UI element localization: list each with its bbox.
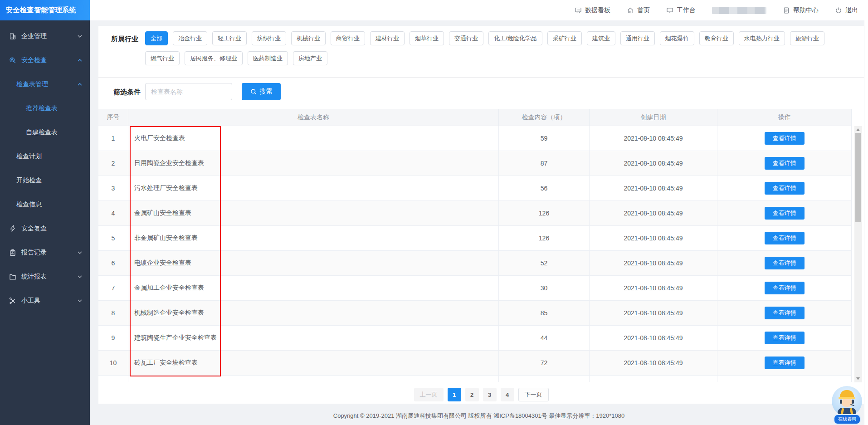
next-page-button[interactable]: 下一页 [518, 388, 549, 401]
check-items-count: 30 [499, 276, 590, 300]
industry-tag[interactable]: 建筑业 [587, 31, 615, 45]
sidebar-item-inspection-info[interactable]: 检查信息 [0, 192, 90, 216]
table-scrollbar [852, 126, 864, 382]
column-header-index: 序号 [98, 109, 128, 126]
chevron-down-icon [78, 34, 82, 38]
industry-tag[interactable]: 全部 [145, 31, 168, 45]
industry-tag[interactable]: 水电热力行业 [739, 31, 785, 45]
table-header: 序号 检查表名称 检查内容（项） 创建日期 操作 [98, 109, 852, 126]
page-number-button[interactable]: 2 [465, 388, 479, 401]
page-number-button[interactable]: 3 [483, 388, 497, 401]
nav-label: 退出 [845, 6, 858, 15]
checklist-name: 污水处理厂安全检查表 [128, 176, 499, 200]
checklist-name-input[interactable] [145, 83, 232, 100]
scrollbar-track[interactable] [854, 126, 862, 382]
created-date: 2021-08-10 08:45:49 [590, 301, 717, 325]
industry-tag[interactable]: 居民服务、修理业 [185, 51, 243, 65]
sidebar: 安全检查智能管理系统 企业管理 安全检查 [0, 0, 90, 425]
checklist-name: 电镀企业安全检查表 [128, 251, 499, 275]
sidebar-item-report-records[interactable]: 报告记录 [0, 240, 90, 264]
sidebar-item-checklist-management[interactable]: 检查表管理 [0, 72, 90, 96]
building-icon [9, 33, 16, 40]
sidebar-item-safety-recheck[interactable]: 安全复查 [0, 216, 90, 240]
industry-tag[interactable]: 冶金行业 [173, 31, 207, 45]
table-row: 5 非金属矿山安全检查表 126 2021-08-10 08:45:49 查看详… [98, 226, 852, 251]
industry-tag[interactable]: 燃气行业 [145, 51, 180, 65]
view-details-button[interactable]: 查看详情 [765, 132, 805, 145]
sidebar-item-statistics-reports[interactable]: 统计报表 [0, 264, 90, 288]
page-number-button[interactable]: 1 [448, 388, 461, 401]
industry-tag[interactable]: 采矿行业 [547, 31, 582, 45]
sidebar-item-tools[interactable]: 小工具 [0, 288, 90, 313]
industry-tag[interactable]: 旅游行业 [790, 31, 824, 45]
industry-tag[interactable]: 化工/危险化学品 [488, 31, 542, 45]
sidebar-item-enterprise-management[interactable]: 企业管理 [0, 24, 90, 48]
view-details-button[interactable]: 查看详情 [765, 207, 805, 220]
home-icon [627, 7, 634, 14]
industry-tags-row1: 全部 冶金行业 轻工行业 纺织行业 机械行业 商贸行业 建材行业 烟草行业 交通… [145, 31, 857, 45]
scroll-up-arrow-icon[interactable] [856, 128, 860, 131]
industry-tag[interactable]: 机械行业 [291, 31, 326, 45]
check-items-count: 87 [499, 151, 590, 176]
column-header-date: 创建日期 [590, 109, 717, 126]
scrollbar-thumb[interactable] [855, 133, 861, 222]
nav-home[interactable]: 首页 [627, 6, 650, 15]
view-details-button[interactable]: 查看详情 [765, 282, 805, 294]
search-button[interactable]: 搜索 [242, 83, 281, 100]
online-consult-widget[interactable]: 在线咨询 [830, 386, 864, 425]
nav-label: 帮助中心 [793, 6, 819, 15]
sidebar-item-inspection-plan[interactable]: 检查计划 [0, 144, 90, 168]
column-header-items: 检查内容（项） [499, 109, 590, 126]
industry-tag[interactable]: 商贸行业 [331, 31, 365, 45]
industry-tag[interactable]: 交通行业 [449, 31, 483, 45]
view-details-button[interactable]: 查看详情 [765, 357, 805, 369]
created-date: 2021-08-10 08:45:49 [590, 351, 717, 375]
footer-copyright: Copyright © 2019-2021 湖南展通科技集团有限公司 版权所有 … [90, 412, 868, 420]
sidebar-item-custom-checklists[interactable]: 自建检查表 [0, 120, 90, 144]
view-details-button[interactable]: 查看详情 [765, 257, 805, 269]
checklist-name: 非金属矿山安全检查表 [128, 226, 499, 250]
view-details-button[interactable]: 查看详情 [765, 332, 805, 344]
chevron-down-icon [78, 251, 82, 254]
lightning-icon [9, 225, 16, 232]
page-number-button[interactable]: 4 [501, 388, 514, 401]
checklist-name: 金属矿山安全检查表 [128, 201, 499, 225]
industry-tag[interactable]: 教育行业 [699, 31, 734, 45]
industry-tag[interactable]: 医药制造业 [248, 51, 288, 65]
industry-tag[interactable]: 建材行业 [370, 31, 405, 45]
row-actions: 查看详情 [717, 301, 852, 325]
industry-tag[interactable]: 房地产业 [293, 51, 327, 65]
sidebar-item-start-inspection[interactable]: 开始检查 [0, 168, 90, 192]
check-items-count: 56 [499, 176, 590, 200]
nav-data-dashboard[interactable]: 数据看板 [575, 6, 610, 15]
prev-page-button[interactable]: 上一页 [414, 388, 444, 401]
row-actions: 查看详情 [717, 276, 852, 300]
created-date: 2021-08-10 08:45:49 [590, 126, 717, 151]
industry-tag[interactable]: 纺织行业 [252, 31, 286, 45]
nav-help-center[interactable]: 帮助中心 [783, 6, 819, 15]
section-divider [98, 77, 864, 78]
view-details-button[interactable]: 查看详情 [765, 157, 805, 170]
sidebar-item-label: 统计报表 [21, 273, 47, 281]
view-details-button[interactable]: 查看详情 [765, 232, 805, 244]
row-index: 1 [98, 126, 128, 151]
checklist-name: 火电厂安全检查表 [128, 126, 499, 151]
table-row: 1 火电厂安全检查表 59 2021-08-10 08:45:49 查看详情 [98, 126, 852, 151]
scroll-down-arrow-icon[interactable] [856, 377, 860, 380]
sidebar-item-recommended-checklists[interactable]: 推荐检查表 [0, 96, 90, 120]
page-scrollbar-area[interactable] [864, 20, 868, 425]
nav-logout[interactable]: 退出 [835, 6, 858, 15]
nav-workbench[interactable]: 工作台 [666, 6, 696, 15]
row-index: 6 [98, 251, 128, 275]
industry-tag[interactable]: 通用行业 [620, 31, 655, 45]
monitor-icon [666, 7, 673, 14]
table-row: 10 砖瓦工厂安全块检查表 72 2021-08-10 08:45:49 查看详… [98, 351, 852, 376]
nav-label: 数据看板 [585, 6, 610, 15]
sidebar-item-safety-inspection[interactable]: 安全检查 [0, 48, 90, 72]
industry-tag[interactable]: 轻工行业 [212, 31, 247, 45]
industry-tag[interactable]: 烟花爆竹 [660, 31, 694, 45]
table-rows: 1 火电厂安全检查表 59 2021-08-10 08:45:49 查看详情 2… [98, 126, 852, 376]
industry-tag[interactable]: 烟草行业 [410, 31, 444, 45]
view-details-button[interactable]: 查看详情 [765, 307, 805, 319]
view-details-button[interactable]: 查看详情 [765, 182, 805, 195]
